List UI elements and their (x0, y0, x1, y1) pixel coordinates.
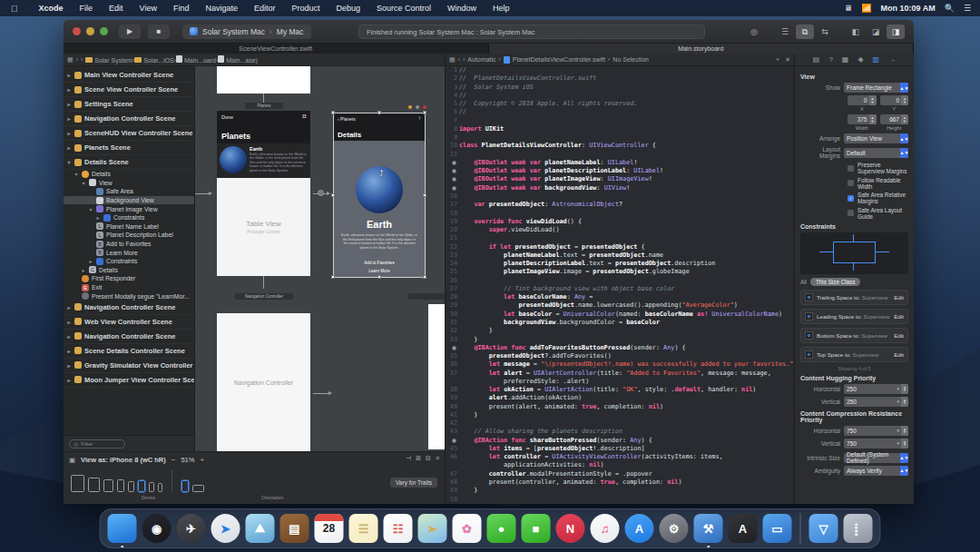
connection-dot[interactable] (452, 186, 456, 191)
outline-item[interactable]: ▸Navigation Controller Scene (64, 112, 194, 126)
planets-nav-bar[interactable]: Done ◘ Planets (217, 111, 310, 143)
connection-dot[interactable] (452, 161, 456, 165)
disclosure-triangle[interactable]: ▸ (88, 258, 93, 264)
connection-dot[interactable] (452, 169, 456, 173)
forward-button[interactable]: › (81, 56, 83, 63)
segment-all[interactable]: All (800, 279, 807, 285)
size-inspector-tab[interactable]: ▥ (873, 55, 880, 64)
menu-xcode[interactable]: Xcode (31, 4, 72, 13)
constraint-edit-button[interactable]: Edit (894, 351, 904, 358)
width-field[interactable]: 375▲▼ (848, 114, 877, 124)
x-field[interactable]: 0▲▼ (848, 95, 877, 105)
notification-center-icon[interactable]: ☰ (964, 4, 971, 13)
menu-file[interactable]: File (72, 4, 102, 13)
outline-item[interactable]: ▾Planet Image View (64, 204, 194, 213)
code-line[interactable]: 35 presentedObject?.addToFavorites() (446, 352, 794, 360)
menu-edit[interactable]: Edit (101, 4, 132, 13)
priority-field[interactable]: 750▾▲▼ (844, 439, 908, 448)
learn-more-button[interactable]: Learn More (334, 269, 425, 273)
code-line[interactable]: 22 if let presentedObject = presentedObj… (446, 243, 794, 251)
code-line[interactable]: 1// (446, 66, 794, 74)
related-items-icon[interactable]: ▦ (67, 56, 74, 64)
code-line[interactable]: 41 } (446, 411, 794, 419)
outline-item[interactable]: Present Modally segue "LearnMor... (64, 291, 194, 301)
dock-developer-tool[interactable]: A (729, 514, 758, 543)
related-items-icon[interactable]: ▦ (449, 56, 456, 64)
identity-inspector-tab[interactable]: ▦ (842, 55, 849, 64)
constraint-row[interactable]: Trailing Space to: SuperviewEdit (800, 290, 908, 305)
standard-editor-button[interactable]: ☰ (776, 25, 794, 39)
code-line[interactable]: 27 // Tint background view with object b… (446, 285, 794, 293)
disclosure-triangle[interactable]: ▸ (66, 144, 72, 151)
disclosure-triangle[interactable]: ▸ (66, 72, 72, 78)
screen-sharing-icon[interactable]: 🖥 (844, 4, 852, 13)
code-line[interactable]: 2// PlanetDetailsViewController.swift (446, 74, 794, 83)
navigator-panel-toggle[interactable]: ◧ (847, 25, 865, 39)
outline-item[interactable]: ▾View (64, 179, 194, 188)
disclosure-triangle[interactable]: ▸ (66, 115, 72, 122)
pin-button[interactable]: ⊞ (416, 455, 421, 462)
constraint-edit-button[interactable]: Edit (894, 332, 904, 339)
dock-preview[interactable]: ⛰ (246, 514, 275, 543)
close-window-button[interactable] (73, 27, 81, 35)
device-option-7[interactable] (158, 483, 162, 492)
partial-view-controller[interactable] (428, 304, 445, 449)
code-line[interactable]: 45 let items = [presentedObject!.descrip… (446, 445, 794, 453)
code-line[interactable]: @IBOutlet weak var backgroundView: UIVie… (446, 184, 794, 192)
library-button[interactable]: ◎ (745, 25, 763, 39)
menu-window[interactable]: Window (439, 4, 485, 13)
orientation-portrait[interactable] (181, 480, 189, 492)
zoom-window-button[interactable] (100, 27, 108, 35)
minimize-window-button[interactable] (86, 27, 94, 35)
code-line[interactable]: preferredStyle: .alert) (446, 378, 794, 386)
code-line[interactable]: 33 } (446, 336, 794, 344)
menu-help[interactable]: Help (485, 4, 518, 13)
disclosure-triangle[interactable]: ▸ (66, 101, 72, 107)
planets-done-button[interactable]: Done (221, 114, 233, 120)
code-line[interactable]: 46 let controller = UIActivityViewContro… (446, 453, 794, 461)
code-line[interactable]: 19 override func viewDidLoad() { (446, 218, 794, 226)
dock-calendar[interactable]: 28 (315, 514, 344, 543)
outline-item[interactable]: EExit (64, 283, 194, 292)
device-option-5[interactable] (138, 480, 145, 492)
code-line[interactable]: applicationActivities: nil) (446, 461, 794, 469)
wifi-icon[interactable]: 📶 (861, 4, 871, 13)
code-line[interactable]: 36 let message = "\(presentedObject!.nam… (446, 360, 794, 369)
code-line[interactable]: 24 planetDescriptionLabel.text = present… (446, 260, 794, 268)
vary-for-traits-button[interactable]: Vary for Traits (390, 478, 437, 488)
planet-name-label[interactable]: Earth (334, 219, 425, 230)
outline-item[interactable]: ▸Gravity Simulator View Controller S... (64, 359, 194, 373)
outline-item[interactable]: ▸Main View Controller Scene (64, 68, 194, 83)
device-option-3[interactable] (117, 479, 124, 492)
dock-trash[interactable]: ⡇ (844, 514, 873, 543)
dock-xcode[interactable]: ⚒ (694, 514, 723, 543)
details-back-button[interactable]: ‹ Planets (338, 116, 356, 122)
outline-item[interactable]: ▸Planets Scene (64, 141, 194, 155)
dock-photos[interactable]: ✿ (453, 514, 482, 543)
back-button[interactable]: ‹ (458, 56, 460, 63)
code-line[interactable]: 5// Copyright © 2018 Apple. All rights r… (446, 100, 794, 108)
forward-button[interactable]: › (463, 56, 465, 63)
quick-help-tab[interactable]: ? (828, 55, 832, 64)
outline-filter-input[interactable]: ◎ Filter (69, 439, 125, 448)
code-line[interactable]: 3// Solar System iOS (446, 84, 794, 92)
dock-safari[interactable]: ➤ (211, 514, 240, 543)
code-line[interactable]: 9 (446, 133, 794, 142)
priority-field[interactable]: 750▾▲▼ (844, 426, 908, 436)
constraint-row[interactable]: Top Space to: SuperviewEdit (800, 347, 908, 362)
constraint-edit-button[interactable]: Edit (894, 294, 904, 301)
dock-messages[interactable]: ● (487, 514, 516, 543)
disclosure-triangle[interactable]: ▾ (81, 180, 86, 186)
planet-description-label[interactable]: Earth, otherwise known as the World or t… (341, 233, 417, 251)
details-share-icon[interactable]: ↑ (418, 115, 421, 121)
code-line[interactable]: 37 let alert = UIAlertController(title: … (446, 370, 794, 378)
dock-simulator[interactable]: ▭ (763, 514, 792, 543)
code-line[interactable]: 7 (446, 117, 794, 125)
menu-view[interactable]: View (132, 4, 165, 13)
checkbox[interactable] (848, 210, 854, 216)
outline-item[interactable]: ▸Constraints (64, 213, 194, 222)
code-line[interactable]: 39 alert.addAction(okAction) (446, 394, 794, 402)
outline-item[interactable]: BLearn More (64, 248, 194, 257)
zoom-level[interactable]: 51% (181, 456, 194, 464)
checkbox[interactable] (848, 165, 854, 172)
